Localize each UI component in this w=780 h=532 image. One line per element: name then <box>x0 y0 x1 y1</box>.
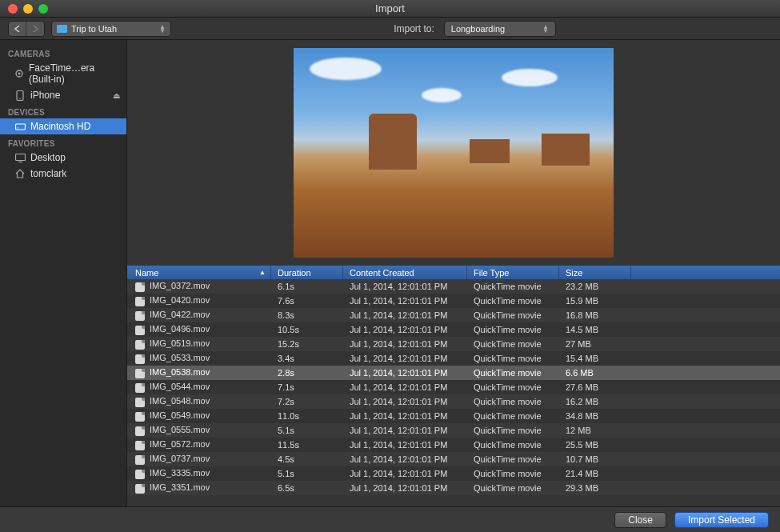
cell-filetype: QuickTime movie <box>467 354 559 363</box>
movie-file-icon <box>135 426 145 436</box>
import-selected-button[interactable]: Import Selected <box>674 512 769 528</box>
col-size[interactable]: Size <box>559 266 631 279</box>
sidebar-item[interactable]: Desktop <box>0 150 126 166</box>
table-row[interactable]: IMG_0548.mov7.2sJul 1, 2014, 12:01:01 PM… <box>127 394 780 409</box>
cell-created: Jul 1, 2014, 12:01:01 PM <box>343 411 467 421</box>
sidebar-header: FAVORITES <box>0 134 126 150</box>
import-to-selector[interactable]: Longboarding ▲▼ <box>444 21 556 37</box>
movie-file-icon <box>135 282 145 292</box>
cell-duration: 8.3s <box>271 310 343 320</box>
col-name[interactable]: Name▲ <box>127 266 271 279</box>
cell-duration: 6.1s <box>271 282 343 291</box>
cell-name: IMG_0548.mov <box>127 396 271 406</box>
sidebar-item[interactable]: tomclark <box>0 166 126 182</box>
col-duration[interactable]: Duration <box>271 266 343 279</box>
table-row[interactable]: IMG_3351.mov6.5sJul 1, 2014, 12:01:01 PM… <box>127 481 780 495</box>
sort-asc-icon: ▲ <box>259 269 266 276</box>
phone-icon <box>14 90 26 100</box>
cell-size: 15.9 MB <box>559 296 631 306</box>
cell-created: Jul 1, 2014, 12:01:01 PM <box>343 440 467 450</box>
movie-file-icon <box>135 398 145 407</box>
table-row[interactable]: IMG_3335.mov5.1sJul 1, 2014, 12:01:01 PM… <box>127 466 780 481</box>
cell-filetype: QuickTime movie <box>467 469 559 478</box>
sidebar-item[interactable]: FaceTime…era (Built-in) <box>0 60 126 87</box>
preview-pane <box>127 40 780 266</box>
movie-file-icon <box>135 470 145 479</box>
zoom-window-button[interactable] <box>38 4 48 14</box>
cell-size: 10.7 MB <box>559 454 631 464</box>
movie-file-icon <box>135 297 145 306</box>
cell-filetype: QuickTime movie <box>467 310 559 320</box>
cell-filetype: QuickTime movie <box>467 440 559 450</box>
sidebar-item[interactable]: Macintosh HD <box>0 118 126 134</box>
table-row[interactable]: IMG_0538.mov2.8sJul 1, 2014, 12:01:01 PM… <box>127 366 780 380</box>
table-row[interactable]: IMG_0737.mov4.5sJul 1, 2014, 12:01:01 PM… <box>127 452 780 466</box>
cell-name: IMG_0538.mov <box>127 367 271 378</box>
col-spacer <box>631 266 780 279</box>
cell-duration: 3.4s <box>271 354 343 363</box>
cell-filetype: QuickTime movie <box>467 483 559 493</box>
table-row[interactable]: IMG_0549.mov11.0sJul 1, 2014, 12:01:01 P… <box>127 409 780 423</box>
movie-file-icon <box>135 340 145 350</box>
table-row[interactable]: IMG_0533.mov3.4sJul 1, 2014, 12:01:01 PM… <box>127 351 780 366</box>
col-filetype[interactable]: File Type <box>467 266 559 279</box>
movie-file-icon <box>135 311 145 321</box>
path-selector[interactable]: Trip to Utah ▲▼ <box>51 21 171 37</box>
camera-icon <box>14 69 24 78</box>
cell-name: IMG_3335.mov <box>127 468 271 478</box>
svg-point-1 <box>18 73 21 75</box>
cell-created: Jul 1, 2014, 12:01:01 PM <box>343 483 467 493</box>
col-created[interactable]: Content Created <box>343 266 467 279</box>
sidebar-item-label: Desktop <box>30 152 66 163</box>
cell-duration: 4.5s <box>271 454 343 464</box>
cell-name: IMG_0372.mov <box>127 281 271 291</box>
cell-duration: 11.0s <box>271 411 343 421</box>
svg-rect-6 <box>15 154 25 160</box>
sidebar-item[interactable]: iPhone⏏ <box>0 87 126 103</box>
svg-point-3 <box>19 98 21 99</box>
desktop-icon <box>14 153 26 162</box>
movie-file-icon <box>135 441 145 450</box>
sidebar-item-label: tomclark <box>30 168 66 179</box>
home-icon <box>14 169 26 178</box>
chevron-left-icon <box>14 26 21 32</box>
nav-back-button[interactable] <box>9 22 26 36</box>
hdd-icon <box>14 122 26 131</box>
cell-filetype: QuickTime movie <box>467 282 559 291</box>
sidebar-item-label: iPhone <box>30 90 60 101</box>
cell-size: 12 MB <box>559 426 631 435</box>
minimize-window-button[interactable] <box>23 4 33 14</box>
cell-created: Jul 1, 2014, 12:01:01 PM <box>343 310 467 320</box>
clip-thumbnail[interactable] <box>294 48 614 258</box>
nav-forward-button[interactable] <box>26 22 44 36</box>
cell-size: 6.6 MB <box>559 368 631 378</box>
close-button[interactable]: Close <box>614 512 666 528</box>
sidebar-item-label: FaceTime…era (Built-in) <box>29 62 118 85</box>
eject-icon[interactable]: ⏏ <box>113 91 120 100</box>
cell-name: IMG_0420.mov <box>127 295 271 306</box>
table-row[interactable]: IMG_0372.mov6.1sJul 1, 2014, 12:01:01 PM… <box>127 279 780 294</box>
cell-created: Jul 1, 2014, 12:01:01 PM <box>343 354 467 363</box>
cell-name: IMG_0496.mov <box>127 324 271 334</box>
folder-icon <box>57 25 67 33</box>
traffic-lights <box>0 4 48 14</box>
cell-duration: 5.1s <box>271 469 343 478</box>
movie-file-icon <box>135 383 145 393</box>
table-row[interactable]: IMG_0555.mov5.1sJul 1, 2014, 12:01:01 PM… <box>127 423 780 438</box>
table-row[interactable]: IMG_0519.mov15.2sJul 1, 2014, 12:01:01 P… <box>127 337 780 351</box>
cell-created: Jul 1, 2014, 12:01:01 PM <box>343 382 467 392</box>
cell-size: 34.8 MB <box>559 411 631 421</box>
cell-name: IMG_0549.mov <box>127 410 271 421</box>
table-row[interactable]: IMG_0422.mov8.3sJul 1, 2014, 12:01:01 PM… <box>127 308 780 322</box>
window-title: Import <box>375 2 405 14</box>
movie-file-icon <box>135 326 145 335</box>
close-window-button[interactable] <box>8 4 18 14</box>
table-row[interactable]: IMG_0420.mov7.6sJul 1, 2014, 12:01:01 PM… <box>127 294 780 308</box>
table-row[interactable]: IMG_0496.mov10.5sJul 1, 2014, 12:01:01 P… <box>127 322 780 337</box>
table-row[interactable]: IMG_0544.mov7.1sJul 1, 2014, 12:01:01 PM… <box>127 380 780 394</box>
cell-name: IMG_0519.mov <box>127 338 271 349</box>
table-row[interactable]: IMG_0572.mov11.5sJul 1, 2014, 12:01:01 P… <box>127 438 780 452</box>
cell-name: IMG_0422.mov <box>127 310 271 320</box>
cell-name: IMG_0533.mov <box>127 353 271 363</box>
cell-size: 16.2 MB <box>559 397 631 406</box>
